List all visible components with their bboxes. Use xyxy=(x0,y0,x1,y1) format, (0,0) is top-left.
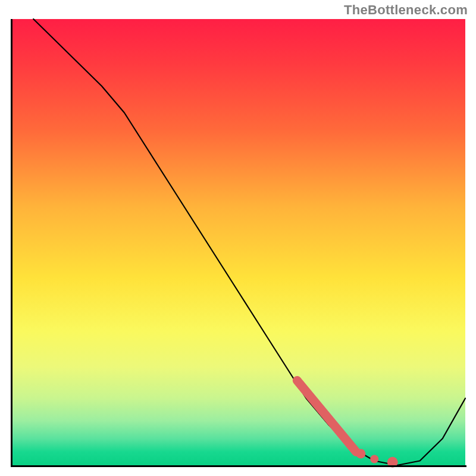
highlight-dot xyxy=(356,449,365,459)
chart-stage: TheBottleneck.com xyxy=(0,0,476,476)
x-axis xyxy=(11,465,466,467)
highlight-dot xyxy=(370,455,378,464)
curve-line xyxy=(33,19,465,465)
y-axis xyxy=(11,19,12,467)
chart-overlay xyxy=(11,19,465,465)
highlight-segment xyxy=(297,381,356,452)
watermark-text: TheBottleneck.com xyxy=(344,2,468,18)
